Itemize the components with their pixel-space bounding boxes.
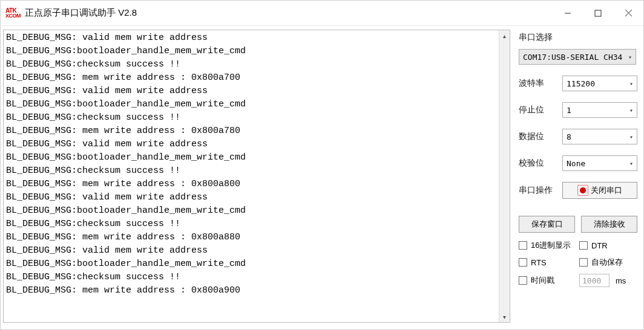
- checkbox-icon: [519, 241, 527, 250]
- save-window-button[interactable]: 保存窗口: [519, 216, 575, 233]
- rts-label: RTS: [531, 258, 547, 267]
- app-logo: ATK XCOM: [5, 7, 21, 19]
- logo-text-bottom: XCOM: [5, 13, 21, 19]
- timestamp-interval: 1000 ms: [579, 274, 637, 287]
- checkbox-icon: [579, 258, 588, 267]
- scroll-up-icon[interactable]: ▴: [499, 30, 510, 41]
- minimize-icon: [564, 10, 571, 17]
- close-port-button[interactable]: 关闭串口: [562, 182, 637, 199]
- svg-rect-1: [595, 10, 601, 16]
- close-icon: [625, 9, 632, 17]
- chevron-down-icon: ▾: [629, 80, 633, 87]
- save-window-label: 保存窗口: [531, 219, 563, 230]
- autosave-checkbox[interactable]: 自动保存: [579, 257, 637, 268]
- stopbit-label: 停止位: [519, 105, 562, 115]
- databit-select[interactable]: 8 ▾: [562, 129, 637, 144]
- autosave-label: 自动保存: [591, 257, 623, 268]
- checkbox-icon: [519, 276, 527, 285]
- baud-label: 波特率: [519, 78, 562, 89]
- clear-receive-button[interactable]: 清除接收: [581, 216, 637, 233]
- record-icon: [577, 185, 588, 196]
- baud-value: 115200: [567, 79, 595, 88]
- chevron-down-icon: ▾: [629, 160, 633, 167]
- maximize-icon: [594, 10, 602, 17]
- close-port-label: 关闭串口: [591, 185, 622, 196]
- dtr-label: DTR: [591, 241, 608, 250]
- port-value: COM17:USB-SERIAL CH34: [523, 53, 622, 62]
- checkbox-icon: [579, 241, 588, 250]
- window-controls: [553, 1, 643, 25]
- dtr-checkbox[interactable]: DTR: [579, 240, 637, 251]
- parity-select[interactable]: None ▾: [562, 155, 637, 171]
- title-bar: ATK XCOM 正点原子串口调试助手 V2.8: [1, 1, 643, 26]
- side-panel: 串口选择 COM17:USB-SERIAL CH34 ▾ 波特率 115200 …: [510, 26, 643, 323]
- hex-display-label: 16进制显示: [531, 240, 571, 251]
- minimize-button[interactable]: [553, 1, 583, 25]
- timestamp-checkbox[interactable]: 时间戳: [519, 274, 577, 287]
- chevron-down-icon: ▾: [629, 107, 633, 114]
- window-title: 正点原子串口调试助手 V2.8: [25, 7, 553, 19]
- port-section-title: 串口选择: [519, 32, 637, 43]
- timestamp-input[interactable]: 1000: [579, 274, 610, 287]
- timestamp-label: 时间戳: [531, 275, 554, 286]
- databit-label: 数据位: [519, 131, 562, 142]
- port-select[interactable]: COM17:USB-SERIAL CH34 ▾: [519, 49, 636, 65]
- scroll-down-icon[interactable]: ▾: [499, 311, 510, 322]
- port-operation-label: 串口操作: [519, 185, 562, 196]
- maximize-button[interactable]: [583, 1, 613, 25]
- databit-value: 8: [567, 132, 571, 141]
- hex-display-checkbox[interactable]: 16进制显示: [519, 240, 577, 251]
- parity-label: 校验位: [519, 158, 562, 169]
- clear-receive-label: 清除接收: [594, 219, 625, 230]
- chevron-down-icon: ▾: [629, 134, 633, 140]
- rts-checkbox[interactable]: RTS: [519, 257, 577, 268]
- timestamp-unit: ms: [616, 276, 626, 285]
- chevron-down-icon: ▾: [628, 54, 632, 60]
- log-output-area: BL_DEBUG_MSG: valid mem write address BL…: [3, 30, 510, 323]
- parity-value: None: [567, 159, 585, 168]
- close-button[interactable]: [613, 1, 643, 25]
- checkbox-icon: [519, 258, 527, 267]
- log-text[interactable]: BL_DEBUG_MSG: valid mem write address BL…: [4, 30, 510, 322]
- stopbit-value: 1: [567, 106, 571, 115]
- log-scrollbar[interactable]: ▴ ▾: [499, 30, 510, 322]
- baud-select[interactable]: 115200 ▾: [562, 76, 637, 91]
- stopbit-select[interactable]: 1 ▾: [562, 102, 637, 118]
